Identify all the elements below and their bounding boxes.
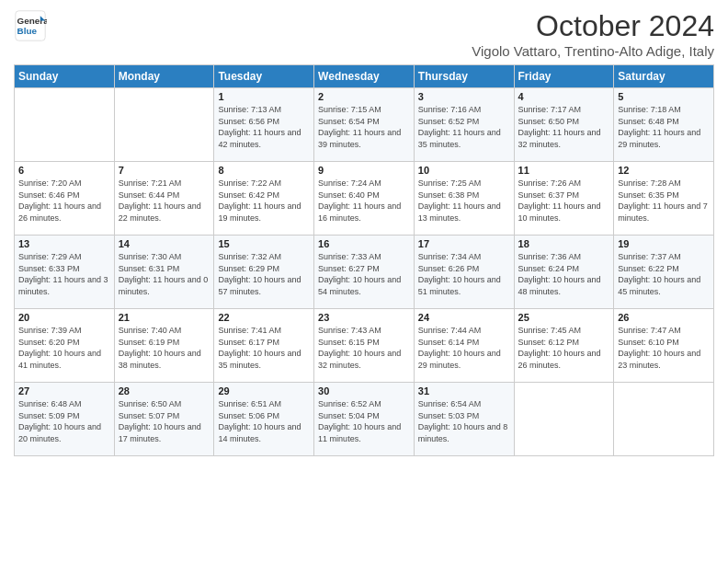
day-number: 9: [318, 165, 410, 176]
day-number: 27: [18, 385, 110, 396]
calendar-cell: 5Sunrise: 7:18 AMSunset: 6:48 PMDaylight…: [614, 88, 714, 162]
calendar-cell: 4Sunrise: 7:17 AMSunset: 6:50 PMDaylight…: [514, 88, 614, 162]
day-number: 22: [218, 312, 310, 323]
calendar-cell: 21Sunrise: 7:40 AMSunset: 6:19 PMDayligh…: [114, 309, 214, 383]
day-number: 18: [518, 238, 610, 249]
day-number: 25: [518, 312, 610, 323]
calendar-cell: 10Sunrise: 7:25 AMSunset: 6:38 PMDayligh…: [414, 162, 514, 236]
svg-text:Blue: Blue: [17, 26, 38, 36]
day-info: Sunrise: 7:17 AMSunset: 6:50 PMDaylight:…: [518, 104, 610, 150]
day-number: 5: [618, 91, 710, 102]
day-number: 17: [418, 238, 510, 249]
day-info: Sunrise: 7:33 AMSunset: 6:27 PMDaylight:…: [318, 251, 410, 297]
weekday-header-wednesday: Wednesday: [314, 65, 415, 88]
day-number: 12: [618, 165, 710, 176]
day-info: Sunrise: 6:54 AMSunset: 5:03 PMDaylight:…: [418, 398, 510, 444]
day-info: Sunrise: 7:28 AMSunset: 6:35 PMDaylight:…: [618, 178, 710, 224]
weekday-header-monday: Monday: [114, 65, 214, 88]
day-info: Sunrise: 7:26 AMSunset: 6:37 PMDaylight:…: [518, 178, 610, 224]
calendar-cell: 8Sunrise: 7:22 AMSunset: 6:42 PMDaylight…: [214, 162, 314, 236]
weekday-header-row: SundayMondayTuesdayWednesdayThursdayFrid…: [15, 65, 714, 88]
calendar-cell: 15Sunrise: 7:32 AMSunset: 6:29 PMDayligh…: [214, 236, 314, 309]
day-number: 28: [119, 385, 210, 396]
day-number: 13: [18, 238, 110, 249]
calendar-cell: 28Sunrise: 6:50 AMSunset: 5:07 PMDayligh…: [114, 383, 214, 456]
day-number: 11: [518, 165, 610, 176]
day-number: 21: [119, 312, 210, 323]
header: General Blue October 2024 Vigolo Vattaro…: [14, 9, 714, 59]
week-row-3: 13Sunrise: 7:29 AMSunset: 6:33 PMDayligh…: [15, 236, 714, 309]
day-info: Sunrise: 7:39 AMSunset: 6:20 PMDaylight:…: [18, 325, 110, 371]
calendar-cell: 11Sunrise: 7:26 AMSunset: 6:37 PMDayligh…: [514, 162, 614, 236]
calendar-cell: 13Sunrise: 7:29 AMSunset: 6:33 PMDayligh…: [15, 236, 115, 309]
day-info: Sunrise: 7:15 AMSunset: 6:54 PMDaylight:…: [318, 104, 410, 150]
day-info: Sunrise: 7:21 AMSunset: 6:44 PMDaylight:…: [119, 178, 210, 224]
logo: General Blue: [14, 9, 51, 42]
calendar-cell: [614, 383, 714, 456]
day-info: Sunrise: 7:22 AMSunset: 6:42 PMDaylight:…: [218, 178, 310, 224]
day-info: Sunrise: 7:47 AMSunset: 6:10 PMDaylight:…: [618, 325, 710, 371]
day-number: 3: [418, 91, 510, 102]
week-row-5: 27Sunrise: 6:48 AMSunset: 5:09 PMDayligh…: [15, 383, 714, 456]
calendar-cell: 16Sunrise: 7:33 AMSunset: 6:27 PMDayligh…: [314, 236, 415, 309]
page: General Blue October 2024 Vigolo Vattaro…: [0, 0, 728, 563]
calendar-cell: 26Sunrise: 7:47 AMSunset: 6:10 PMDayligh…: [614, 309, 714, 383]
day-info: Sunrise: 7:25 AMSunset: 6:38 PMDaylight:…: [418, 178, 510, 224]
day-info: Sunrise: 6:50 AMSunset: 5:07 PMDaylight:…: [119, 398, 210, 444]
calendar-cell: [514, 383, 614, 456]
calendar-cell: 27Sunrise: 6:48 AMSunset: 5:09 PMDayligh…: [15, 383, 115, 456]
day-info: Sunrise: 7:32 AMSunset: 6:29 PMDaylight:…: [218, 251, 310, 297]
day-info: Sunrise: 7:43 AMSunset: 6:15 PMDaylight:…: [318, 325, 410, 371]
day-info: Sunrise: 6:51 AMSunset: 5:06 PMDaylight:…: [218, 398, 310, 444]
day-info: Sunrise: 7:18 AMSunset: 6:48 PMDaylight:…: [618, 104, 710, 150]
day-info: Sunrise: 7:37 AMSunset: 6:22 PMDaylight:…: [618, 251, 710, 297]
calendar-cell: 25Sunrise: 7:45 AMSunset: 6:12 PMDayligh…: [514, 309, 614, 383]
day-number: 8: [218, 165, 310, 176]
calendar-cell: 31Sunrise: 6:54 AMSunset: 5:03 PMDayligh…: [414, 383, 514, 456]
calendar-cell: 6Sunrise: 7:20 AMSunset: 6:46 PMDaylight…: [15, 162, 115, 236]
day-info: Sunrise: 6:48 AMSunset: 5:09 PMDaylight:…: [18, 398, 110, 444]
day-info: Sunrise: 7:34 AMSunset: 6:26 PMDaylight:…: [418, 251, 510, 297]
day-number: 26: [618, 312, 710, 323]
day-number: 4: [518, 91, 610, 102]
day-info: Sunrise: 7:41 AMSunset: 6:17 PMDaylight:…: [218, 325, 310, 371]
day-number: 30: [318, 385, 410, 396]
day-number: 29: [218, 385, 310, 396]
week-row-1: 1Sunrise: 7:13 AMSunset: 6:56 PMDaylight…: [15, 88, 714, 162]
day-number: 2: [318, 91, 410, 102]
calendar-cell: 20Sunrise: 7:39 AMSunset: 6:20 PMDayligh…: [15, 309, 115, 383]
day-number: 14: [119, 238, 210, 249]
location-title: Vigolo Vattaro, Trentino-Alto Adige, Ita…: [472, 43, 714, 59]
day-number: 1: [218, 91, 310, 102]
day-info: Sunrise: 7:20 AMSunset: 6:46 PMDaylight:…: [18, 178, 110, 224]
calendar-cell: 3Sunrise: 7:16 AMSunset: 6:52 PMDaylight…: [414, 88, 514, 162]
day-info: Sunrise: 7:16 AMSunset: 6:52 PMDaylight:…: [418, 104, 510, 150]
day-info: Sunrise: 7:36 AMSunset: 6:24 PMDaylight:…: [518, 251, 610, 297]
day-info: Sunrise: 7:40 AMSunset: 6:19 PMDaylight:…: [119, 325, 210, 371]
day-info: Sunrise: 7:29 AMSunset: 6:33 PMDaylight:…: [18, 251, 110, 297]
month-title: October 2024: [472, 9, 714, 43]
svg-text:General: General: [17, 16, 47, 26]
calendar-cell: 24Sunrise: 7:44 AMSunset: 6:14 PMDayligh…: [414, 309, 514, 383]
weekday-header-sunday: Sunday: [15, 65, 115, 88]
day-info: Sunrise: 7:44 AMSunset: 6:14 PMDaylight:…: [418, 325, 510, 371]
weekday-header-saturday: Saturday: [614, 65, 714, 88]
logo-icon: General Blue: [14, 9, 47, 42]
day-info: Sunrise: 7:13 AMSunset: 6:56 PMDaylight:…: [218, 104, 310, 150]
weekday-header-friday: Friday: [514, 65, 614, 88]
calendar-cell: 12Sunrise: 7:28 AMSunset: 6:35 PMDayligh…: [614, 162, 714, 236]
day-number: 15: [218, 238, 310, 249]
calendar-cell: 1Sunrise: 7:13 AMSunset: 6:56 PMDaylight…: [214, 88, 314, 162]
day-number: 23: [318, 312, 410, 323]
calendar-cell: [15, 88, 115, 162]
title-block: October 2024 Vigolo Vattaro, Trentino-Al…: [472, 9, 714, 59]
weekday-header-thursday: Thursday: [414, 65, 514, 88]
day-info: Sunrise: 7:24 AMSunset: 6:40 PMDaylight:…: [318, 178, 410, 224]
day-number: 6: [18, 165, 110, 176]
day-number: 10: [418, 165, 510, 176]
day-number: 20: [18, 312, 110, 323]
day-number: 7: [119, 165, 210, 176]
day-info: Sunrise: 7:30 AMSunset: 6:31 PMDaylight:…: [119, 251, 210, 297]
calendar-cell: 22Sunrise: 7:41 AMSunset: 6:17 PMDayligh…: [214, 309, 314, 383]
calendar-cell: [114, 88, 214, 162]
